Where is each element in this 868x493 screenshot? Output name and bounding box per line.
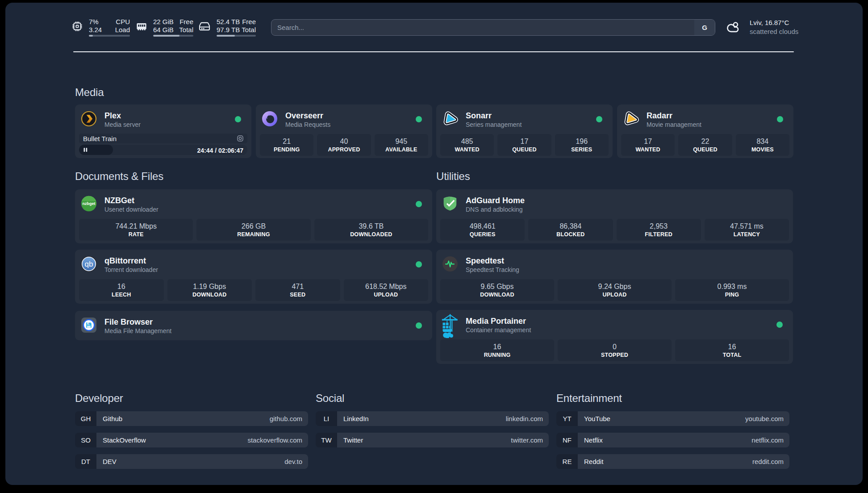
svg-text:nzbget: nzbget	[83, 201, 96, 206]
svg-text:qb: qb	[85, 260, 93, 268]
